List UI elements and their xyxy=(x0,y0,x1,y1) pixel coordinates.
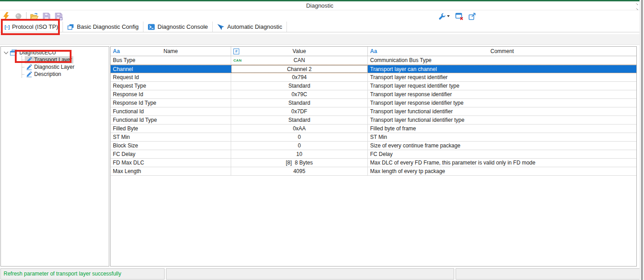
table-header-row: Aa Name # Value Aa Comment xyxy=(111,47,636,56)
table-row[interactable]: ST Min 0 ST Min xyxy=(111,133,636,142)
cell-comment[interactable]: Transport layer response identifier type xyxy=(368,99,636,107)
column-header-value[interactable]: # Value xyxy=(231,47,368,56)
export-icon[interactable] xyxy=(468,12,477,21)
table-row[interactable]: Channel Channel 2 Transport layer can ch… xyxy=(111,65,636,73)
cell-comment[interactable]: Communication Bus Type xyxy=(368,56,636,64)
cell-comment[interactable]: Transport layer request identifier type xyxy=(368,82,636,90)
cell-value[interactable]: 10 xyxy=(231,150,368,158)
close-window-icon[interactable] xyxy=(455,12,464,21)
table-row[interactable]: Response Id Type Standard Transport laye… xyxy=(111,99,636,107)
cell-value[interactable]: Standard xyxy=(231,116,368,124)
status-message: Refresh parameter of transport layer suc… xyxy=(4,271,121,277)
cell-comment[interactable]: Transport layer functional identifier ty… xyxy=(368,116,636,124)
cell-comment[interactable]: Max DLC of every FD Frame, this paramete… xyxy=(368,159,636,167)
cell-name[interactable]: Functional Id Type xyxy=(111,116,231,124)
cell-value[interactable]: 0x7DF xyxy=(231,107,368,116)
cell-value[interactable]: 0xAA xyxy=(231,124,368,133)
cell-comment[interactable]: Transport layer request identifier xyxy=(368,73,636,81)
status-panel-right xyxy=(456,268,644,280)
table-row[interactable]: Bus Type CANCAN Communication Bus Type xyxy=(111,56,636,65)
cell-name[interactable]: Bus Type xyxy=(111,56,231,64)
right-scrollbar[interactable] xyxy=(640,0,644,280)
tree-item-diagnostic-layer[interactable]: Diagnostic Layer xyxy=(22,63,109,71)
paper-plane-icon xyxy=(217,24,224,30)
tree-item-description[interactable]: Description xyxy=(22,71,109,78)
tab-label: Basic Diagnostic Config xyxy=(77,23,139,30)
column-label: Value xyxy=(293,48,306,54)
cell-value[interactable]: 0x79C xyxy=(231,90,368,98)
parameter-table-panel: Aa Name # Value Aa Comment Bus Type CANC… xyxy=(110,46,637,267)
cell-value[interactable]: Channel 2 xyxy=(231,65,368,73)
cell-value[interactable]: CANCAN xyxy=(231,56,368,64)
table-row[interactable]: Request Type Standard Transport layer re… xyxy=(111,82,636,90)
windows-icon xyxy=(67,24,74,30)
tab-basic-diagnostic-config[interactable]: Basic Diagnostic Config xyxy=(63,22,143,32)
cell-name[interactable]: Filled Byte xyxy=(111,124,231,133)
cell-name[interactable]: ST Min xyxy=(111,133,231,141)
cell-name[interactable]: Functional Id xyxy=(111,107,231,116)
cell-name[interactable]: Request Id xyxy=(111,73,231,81)
table-row[interactable]: Block Size 0 Size of every continue fram… xyxy=(111,142,636,150)
table-row[interactable]: Filled Byte 0xAA Filled byte of frame xyxy=(111,124,636,133)
table-body: Bus Type CANCAN Communication Bus Type C… xyxy=(111,56,636,176)
table-row[interactable]: FD Max DLC [8] 8 Bytes Max DLC of every … xyxy=(111,159,636,167)
view-toolbar xyxy=(437,11,477,21)
scrollbar-thumb[interactable] xyxy=(641,0,643,280)
edit-pencil-icon xyxy=(26,64,32,70)
text-type-icon: Aa xyxy=(370,48,377,54)
cell-comment[interactable]: FC Delay xyxy=(368,150,636,158)
cell-comment[interactable]: Size of every continue frame package xyxy=(368,142,636,150)
can-badge-icon: CAN xyxy=(233,58,242,62)
tab-automatic-diagnostic[interactable]: Automatic Diagnostic xyxy=(213,22,287,32)
cell-comment[interactable]: ST Min xyxy=(368,133,636,141)
number-type-icon: # xyxy=(233,49,239,54)
tree-item-label: Diagnostic Layer xyxy=(34,64,74,70)
diagnostic-window: Diagnostic → → xyxy=(0,0,644,280)
cell-name[interactable]: Block Size xyxy=(111,142,231,150)
text-type-icon: Aa xyxy=(113,48,120,54)
cell-value[interactable]: 4095 xyxy=(231,167,368,175)
cell-value[interactable]: Standard xyxy=(231,99,368,107)
cell-value[interactable]: 0x794 xyxy=(231,73,368,81)
cell-name[interactable]: FC Delay xyxy=(111,150,231,158)
cell-value[interactable]: 0 xyxy=(231,133,368,141)
edit-pencil-icon xyxy=(26,71,32,77)
table-row[interactable]: Functional Id 0x7DF Transport layer func… xyxy=(111,107,636,116)
cell-comment[interactable]: Transport layer functional identifier xyxy=(368,107,636,116)
highlight-rect-transport-layer xyxy=(15,50,72,63)
cell-comment[interactable]: Filled byte of frame xyxy=(368,124,636,133)
wrench-settings-icon[interactable] xyxy=(437,12,451,21)
cell-comment[interactable]: Max length of every tp package xyxy=(368,167,636,175)
column-label: Name xyxy=(163,48,178,54)
cell-name[interactable]: Response Id Type xyxy=(111,99,231,107)
cell-value[interactable]: Standard xyxy=(231,82,368,90)
chevron-down-icon[interactable] xyxy=(4,49,9,54)
table-row[interactable]: Functional Id Type Standard Transport la… xyxy=(111,116,636,124)
column-header-comment[interactable]: Aa Comment xyxy=(368,47,636,56)
dropdown-caret-icon[interactable] xyxy=(447,15,450,17)
table-row[interactable]: Response Id 0x79C Transport layer respon… xyxy=(111,90,636,99)
window-titlebar[interactable]: Diagnostic xyxy=(0,1,640,10)
column-header-name[interactable]: Aa Name xyxy=(111,47,231,56)
ecu-tree-panel: DiagnosticECU Transport Layer Diagnostic… xyxy=(0,46,109,267)
cell-name[interactable]: FD Max DLC xyxy=(111,159,231,167)
dock-pin-icons[interactable]: → → xyxy=(631,1,640,13)
cell-comment[interactable]: Transport layer can channel xyxy=(368,65,636,73)
cell-comment[interactable]: Transport layer response identifier xyxy=(368,90,636,98)
status-panel-middle xyxy=(166,268,454,280)
highlight-rect-protocol-tab xyxy=(1,19,60,35)
table-row[interactable]: Request Id 0x794 Transport layer request… xyxy=(111,73,636,82)
table-row[interactable]: Max Length 4095 Max length of every tp p… xyxy=(111,167,636,176)
cell-name[interactable]: Request Type xyxy=(111,82,231,90)
cell-name[interactable]: Channel xyxy=(111,65,231,73)
cell-value[interactable]: 0 xyxy=(231,142,368,150)
cell-value[interactable]: [8] 8 Bytes xyxy=(231,159,368,167)
window-title: Diagnostic xyxy=(306,2,334,9)
tab-label: Diagnostic Console xyxy=(157,23,208,30)
tab-bar: Protocol (ISO TP) Basic Diagnostic Confi… xyxy=(0,22,640,32)
status-message-panel: Refresh parameter of transport layer suc… xyxy=(0,268,165,280)
tab-diagnostic-console[interactable]: Diagnostic Console xyxy=(143,22,213,32)
table-row[interactable]: FC Delay 10 FC Delay xyxy=(111,150,636,159)
cell-name[interactable]: Max Length xyxy=(111,167,231,175)
cell-name[interactable]: Response Id xyxy=(111,90,231,98)
